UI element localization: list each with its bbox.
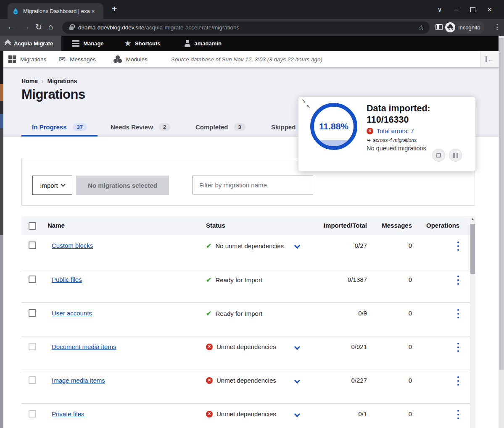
table-row: Custom blocks ✔No unmet dependencies 0/2… (21, 235, 470, 269)
no-migrations-selected-button[interactable]: No migrations selected (76, 176, 169, 195)
total-errors-link[interactable]: × Total errors: 7 (367, 128, 414, 134)
migration-link[interactable]: Image media items (52, 377, 105, 384)
bookmark-star-icon[interactable]: ☆ (418, 24, 424, 32)
back-icon[interactable]: ← (7, 22, 15, 32)
url-path: /acquia-migrate-accelerate/migrations (144, 24, 239, 31)
window-close-button[interactable]: × (487, 5, 492, 14)
address-bar[interactable]: d9ama-ddevblog.ddev.site/acquia-migrate-… (62, 21, 430, 34)
operations-kebab-icon[interactable] (455, 343, 462, 352)
double-chevron-up-icon (5, 40, 10, 47)
forward-icon[interactable]: → (22, 22, 30, 32)
window-minimize-button[interactable]: – (454, 5, 458, 14)
migration-link[interactable]: Custom blocks (52, 242, 93, 249)
column-header-messages: Messages (379, 222, 412, 229)
tab-in-progress[interactable]: In Progress 37 (21, 117, 98, 137)
row-checkbox[interactable] (29, 410, 36, 417)
resize-nw-icon[interactable]: ↖ (306, 103, 311, 110)
table-scrollbar-thumb[interactable] (470, 224, 475, 274)
error-icon: × (206, 377, 213, 384)
stop-button[interactable] (432, 149, 445, 162)
incognito-icon (445, 22, 455, 32)
browser-tab-strip: Migrations Dashboard | example × + ∨ – × (0, 0, 504, 19)
hamburger-icon (72, 40, 79, 42)
check-icon: ✔ (206, 242, 211, 250)
resize-se-icon[interactable]: ↘ (301, 97, 306, 104)
messages-cell: 0 (379, 276, 412, 283)
tab-close-icon[interactable]: × (91, 8, 95, 15)
window-edge-artifact (0, 51, 3, 428)
row-checkbox[interactable] (29, 309, 36, 317)
stop-icon (436, 153, 441, 158)
admin-item-manage[interactable]: Manage (65, 36, 110, 51)
row-checkbox[interactable] (29, 242, 36, 249)
migration-link[interactable]: Private files (52, 410, 84, 417)
table-row: Document media items ×Unmet dependencies… (21, 336, 470, 370)
url-host: d9ama-ddevblog.ddev.site (78, 24, 144, 31)
check-icon: ✔ (206, 276, 211, 284)
admin-item-user[interactable]: amadamin (177, 36, 228, 51)
operations-kebab-icon[interactable] (455, 276, 462, 285)
user-icon (184, 40, 191, 47)
side-panel-icon[interactable] (435, 24, 443, 30)
migrate-toolbar: Migrations ✉ Messages Modules Source dat… (3, 51, 499, 68)
page-scrollbar-thumb[interactable] (499, 38, 504, 370)
imported-total-cell: 0/227 (299, 377, 367, 384)
imported-total-cell: 0/921 (299, 343, 367, 350)
error-icon: × (367, 128, 373, 134)
row-checkbox[interactable] (29, 376, 36, 384)
collapse-bar-icon (486, 56, 487, 62)
grid-icon (8, 55, 12, 59)
admin-item-acquia-migrate[interactable]: Acquia Migrate (0, 36, 61, 51)
pause-button[interactable] (449, 149, 462, 162)
row-checkbox[interactable] (29, 276, 36, 283)
toolbar-item-modules[interactable]: Modules (113, 55, 148, 63)
operations-kebab-icon[interactable] (455, 376, 462, 386)
tab-completed[interactable]: Completed 3 (195, 117, 245, 137)
migration-link[interactable]: User accounts (52, 310, 92, 317)
modules-icon (113, 55, 122, 63)
messages-cell: 0 (379, 410, 412, 417)
tab-count-badge: 2 (159, 123, 170, 131)
window-chevron-icon[interactable]: ∨ (438, 6, 442, 13)
toolbar-item-messages[interactable]: ✉ Messages (59, 55, 95, 64)
progress-percent: 11.88% (314, 107, 354, 146)
operations-kebab-icon[interactable] (455, 309, 462, 318)
page-title: Migrations (21, 87, 85, 102)
browser-tab[interactable]: Migrations Dashboard | example × (8, 3, 103, 19)
error-icon: × (206, 411, 213, 417)
admin-toolbar: Acquia Migrate Manage ★ Shortcuts amadam… (0, 36, 504, 51)
table-row: Private files ×Unmet dependencies 0/1 0 (21, 403, 470, 428)
home-icon[interactable]: ⌂ (48, 22, 53, 32)
queued-migrations-note: No queued migrations (367, 145, 426, 152)
collapse-toolbar-button[interactable]: ← (480, 51, 499, 67)
scroll-up-icon[interactable]: ▲ (470, 217, 475, 221)
table-header-row: Name Status Imported/Total Messages Oper… (21, 216, 470, 235)
window-maximize-button[interactable] (470, 7, 475, 12)
new-tab-button[interactable]: + (112, 4, 117, 14)
table-scrollbar[interactable]: ▲ (470, 216, 475, 428)
lock-icon (69, 26, 74, 30)
migration-link[interactable]: Public files (52, 276, 82, 283)
imported-total-cell: 0/1 (299, 410, 367, 417)
toolbar-item-migrations[interactable]: Migrations (8, 56, 46, 63)
import-dropdown-button[interactable]: Import (32, 176, 72, 195)
column-header-status: Status (206, 222, 225, 229)
table-row: Public files ✔Ready for Import 0/1387 0 (21, 269, 470, 302)
row-checkbox[interactable] (29, 343, 36, 350)
operations-kebab-icon[interactable] (455, 242, 462, 251)
migration-link[interactable]: Document media items (52, 343, 116, 350)
page-scrollbar[interactable] (499, 36, 504, 428)
browser-toolbar: ← → ↻ ⌂ d9ama-ddevblog.ddev.site/acquia-… (0, 19, 504, 36)
column-header-name: Name (47, 222, 65, 229)
admin-item-shortcuts[interactable]: ★ Shortcuts (118, 36, 167, 51)
tab-needs-review[interactable]: Needs Review 2 (111, 117, 170, 137)
reload-icon[interactable]: ↻ (35, 22, 42, 32)
select-all-checkbox[interactable] (29, 222, 36, 230)
browser-menu-icon[interactable]: ⋮ (493, 23, 501, 32)
breadcrumb-home-link[interactable]: Home (21, 78, 38, 84)
tab-skipped[interactable]: Skipped (271, 117, 296, 137)
filter-input[interactable] (193, 176, 313, 194)
chevron-down-icon (61, 182, 65, 186)
operations-kebab-icon[interactable] (455, 410, 462, 419)
collapse-arrow-icon: ← (488, 56, 494, 63)
